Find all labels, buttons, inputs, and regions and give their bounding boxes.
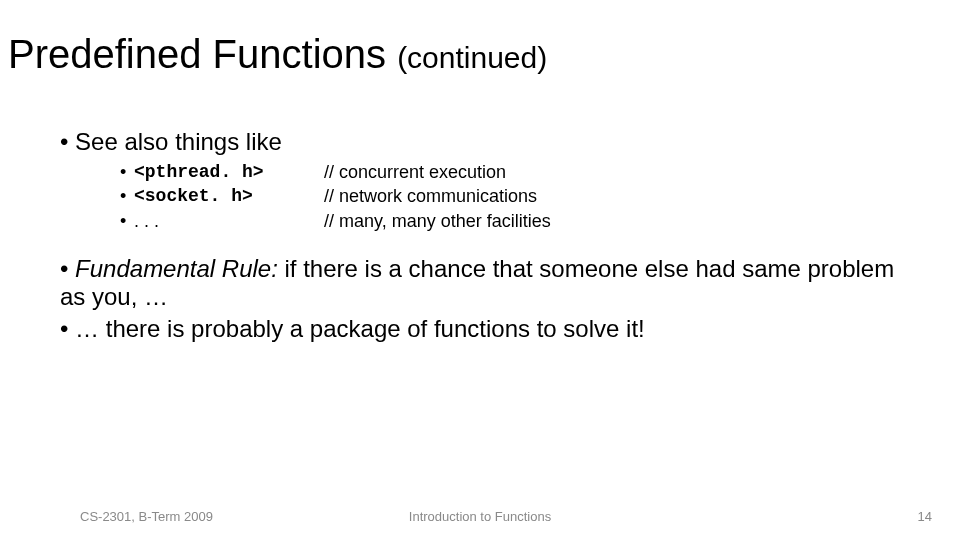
header-comment: // many, many other facilities <box>324 209 920 233</box>
bullet-rule: • Fundamental Rule: if there is a chance… <box>60 255 920 311</box>
title-main: Predefined Functions <box>8 32 397 76</box>
header-name: <socket. h> <box>134 184 324 208</box>
bullet-icon: • <box>120 209 134 233</box>
footer-center: Introduction to Functions <box>0 509 960 524</box>
sub-bullet-item: • <socket. h> // network communications <box>120 184 920 208</box>
sub-bullet-list: • <pthread. h> // concurrent execution •… <box>120 160 920 233</box>
bullet-icon: • <box>120 160 134 184</box>
slide-title: Predefined Functions (continued) <box>8 32 547 76</box>
header-comment: // network communications <box>324 184 920 208</box>
rule-emph: Fundamental Rule: <box>75 255 278 282</box>
title-sub: (continued) <box>397 41 547 74</box>
footer-page-number: 14 <box>918 509 932 524</box>
bullet-rule-2: • … there is probably a package of funct… <box>60 315 920 343</box>
bullet-see-also: • See also things like <box>60 128 920 156</box>
slide-body: • See also things like • <pthread. h> //… <box>60 128 920 347</box>
header-name: . . . <box>134 209 324 233</box>
slide: Predefined Functions (continued) • See a… <box>0 0 960 540</box>
header-comment: // concurrent execution <box>324 160 920 184</box>
header-name: <pthread. h> <box>134 160 324 184</box>
sub-bullet-item: • . . . // many, many other facilities <box>120 209 920 233</box>
sub-bullet-item: • <pthread. h> // concurrent execution <box>120 160 920 184</box>
spacer <box>60 233 920 255</box>
bullet-icon: • <box>120 184 134 208</box>
bullet-icon: • <box>60 255 75 282</box>
